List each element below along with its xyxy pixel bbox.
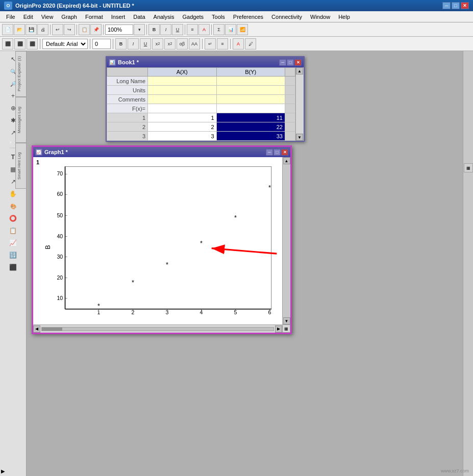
menu-edit[interactable]: Edit	[19, 13, 37, 21]
menu-help[interactable]: Help	[334, 13, 354, 21]
sep-3	[103, 24, 104, 35]
graph1-scrollbar-right[interactable]: ▲ ▼	[282, 157, 290, 324]
tb2-3[interactable]: ⬛	[27, 38, 38, 49]
app-close-btn[interactable]: ✕	[461, 2, 469, 9]
tb2-italic[interactable]: I	[128, 38, 139, 49]
tb-undo[interactable]: ↩	[52, 24, 63, 35]
tb2-lines[interactable]: ≡	[217, 38, 228, 49]
tb2-highlight[interactable]: 🖊	[245, 38, 256, 49]
book1-scrollbar-right[interactable]: ▲ ▼	[295, 67, 304, 141]
tb-save[interactable]: 💾	[26, 24, 37, 35]
cell-b-comments[interactable]	[216, 95, 285, 104]
tb2-AA[interactable]: AA	[189, 38, 200, 49]
tb-color[interactable]: A	[198, 24, 210, 35]
cell-b3[interactable]: 33	[216, 132, 285, 141]
tb-redo[interactable]: ↪	[64, 24, 75, 35]
menu-graph[interactable]: Graph	[57, 13, 81, 21]
tb-print[interactable]: 🖨	[37, 24, 48, 35]
project-explorer-label[interactable]: Project Explorer (1)	[15, 51, 27, 97]
right-panel-btn-1[interactable]: ▦	[464, 163, 473, 172]
tb-signal[interactable]: 📶	[237, 24, 248, 35]
tb-zoom-arrow[interactable]: ▾	[134, 24, 145, 35]
smart-hint-label[interactable]: Smart Hint Log	[15, 143, 27, 189]
tb-copy[interactable]: 📋	[79, 24, 90, 35]
tb2-2[interactable]: ⬛	[14, 38, 26, 49]
book1-maximize[interactable]: □	[287, 59, 294, 66]
tb-sum[interactable]: Σ	[213, 24, 225, 35]
zoom-input[interactable]	[105, 24, 133, 35]
tb2-underline[interactable]: U	[140, 38, 151, 49]
sep2-5	[230, 39, 231, 49]
cell-a-fx[interactable]	[148, 104, 217, 113]
tb-align[interactable]: ≡	[187, 24, 198, 35]
cell-a-longname[interactable]	[148, 77, 217, 86]
cell-a-comments[interactable]	[148, 95, 217, 104]
cell-b-units[interactable]	[216, 86, 285, 95]
cell-a3[interactable]: 3	[148, 132, 217, 141]
tb2-bold[interactable]: B	[115, 38, 127, 49]
tb-paste[interactable]: 📌	[90, 24, 102, 35]
book1-close[interactable]: ✕	[294, 59, 302, 66]
cell-b2[interactable]: 22	[216, 122, 285, 132]
book1-window: 📊 Book1 * ─ □ ✕ ▲ ▼	[106, 56, 305, 142]
book1-minimize[interactable]: ─	[279, 59, 286, 66]
cell-a-units[interactable]	[148, 86, 217, 95]
graph1-scroll-left[interactable]: ◀	[33, 325, 40, 333]
graph1-minimize[interactable]: ─	[266, 149, 273, 156]
graph1-scroll-down[interactable]: ▼	[283, 317, 290, 324]
cell-b-longname[interactable]	[216, 77, 285, 86]
cell-a1[interactable]: 1	[148, 113, 217, 122]
menu-data[interactable]: Data	[129, 13, 149, 21]
tb-chart[interactable]: 📊	[225, 24, 236, 35]
row-fx: F(x)=	[107, 104, 295, 113]
sep-4	[146, 24, 147, 35]
graph1-close[interactable]: ✕	[281, 149, 288, 156]
menu-gadgets[interactable]: Gadgets	[179, 13, 208, 21]
tb2-sub[interactable]: x2	[152, 38, 163, 49]
tb-italic[interactable]: I	[160, 24, 171, 35]
cell-a2[interactable]: 2	[148, 122, 217, 132]
menu-analysis[interactable]: Analysis	[150, 13, 179, 21]
graph1-scroll-up[interactable]: ▲	[283, 157, 290, 164]
cell-b-fx[interactable]	[216, 104, 285, 113]
menu-view[interactable]: View	[37, 13, 58, 21]
col-header-b[interactable]: B(Y)	[216, 68, 285, 77]
messages-log-label[interactable]: Messages Log	[15, 97, 27, 143]
app-minimize-btn[interactable]: ─	[442, 2, 451, 9]
tb2-greek[interactable]: αβ	[177, 38, 188, 49]
app-maximize-btn[interactable]: □	[452, 2, 460, 9]
tb-underline[interactable]: U	[172, 24, 183, 35]
scroll-up-arrow[interactable]: ▲	[296, 67, 303, 74]
font-size-input[interactable]	[92, 39, 111, 49]
menu-format[interactable]: Format	[81, 13, 107, 21]
sep-2	[77, 24, 77, 35]
tb-new[interactable]: 📄	[2, 24, 13, 35]
menu-preferences[interactable]: Preferences	[229, 13, 267, 21]
tb2-1[interactable]: ⬛	[2, 38, 13, 49]
scroll-down-arrow[interactable]: ▼	[296, 134, 303, 141]
menu-connectivity[interactable]: Connectivity	[267, 13, 306, 21]
graph1-scrollbar-bottom[interactable]: ◀ ▶	[33, 324, 282, 333]
tb-bold[interactable]: B	[148, 24, 160, 35]
menu-insert[interactable]: Insert	[107, 13, 130, 21]
graph1-maximize[interactable]: □	[273, 149, 281, 156]
grid-btn[interactable]: ▦	[282, 324, 290, 333]
menu-window[interactable]: Window	[306, 13, 334, 21]
toolbar-1: 📄 📂 💾 🖨 ↩ ↪ 📋 📌 ▾ B I U ≡ A Σ 📊 📶	[0, 22, 473, 37]
menu-file[interactable]: File	[2, 13, 19, 21]
col-header-a[interactable]: A(X)	[148, 68, 217, 77]
sidebar-collapse-btn[interactable]: ▶	[1, 468, 5, 474]
font-dropdown[interactable]: Default: Arial	[42, 39, 88, 49]
row-comments: Comments	[107, 95, 295, 104]
tb-open[interactable]: 📂	[14, 24, 25, 35]
row-num-2: 2	[107, 122, 148, 132]
tb2-sup[interactable]: x2	[164, 38, 176, 49]
graph1-scroll-right[interactable]: ▶	[275, 325, 282, 333]
menu-tools[interactable]: Tools	[208, 13, 229, 21]
graph1-scroll-thumb	[42, 328, 62, 331]
tb2-indent[interactable]: ↵	[205, 38, 216, 49]
chart-svg: B 10 20 30 40 50 60 70	[43, 161, 282, 322]
cell-b1[interactable]: 11	[216, 113, 285, 122]
row-units: Units	[107, 86, 295, 95]
tb2-fontcolor[interactable]: A	[233, 38, 244, 49]
